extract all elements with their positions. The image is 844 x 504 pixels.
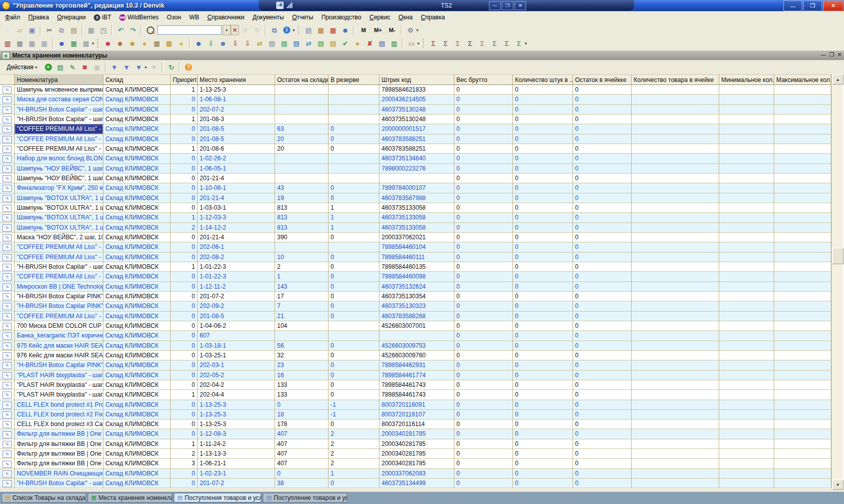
cell-sklad[interactable]: Склад КЛИМОВСК <box>103 312 171 321</box>
cell-barcode[interactable]: 8003720116114 <box>379 419 454 429</box>
cell-max_qty[interactable] <box>774 419 831 429</box>
vertical-scrollbar[interactable]: ▲ ▼ <box>831 74 843 489</box>
cell-sklad[interactable]: Склад КЛИМОВСК <box>103 292 171 301</box>
cell-icon[interactable]: ∿ <box>0 164 15 174</box>
actions-menu-button[interactable]: Действия ▼ <box>3 62 42 73</box>
cell-name[interactable]: "COFFEE PREMIUM All Liss" - шаг... <box>15 124 103 134</box>
cell-cell_stock[interactable]: 0 <box>573 174 632 183</box>
user-permissions-icon[interactable]: ☻ <box>340 24 351 36</box>
cell-icon[interactable]: ∿ <box>0 479 15 488</box>
cell-name[interactable]: Банка_kerarganic ПЭТ коричнева... <box>15 331 103 341</box>
cell-reserve[interactable] <box>329 95 379 104</box>
cell-priority[interactable]: 0 <box>171 292 198 301</box>
cell-max_qty[interactable] <box>774 410 831 419</box>
cell-pack_qty[interactable]: 0 <box>513 439 573 449</box>
cell-barcode[interactable] <box>379 331 454 341</box>
cell-name[interactable]: "H-BRUSH Botox Capilar" - шаг 2 ... <box>15 105 103 115</box>
cell-gross[interactable]: 0 <box>454 341 513 351</box>
column-header-name[interactable]: Номенклатура <box>15 74 103 85</box>
cell-sklad[interactable]: Склад КЛИМОВСК <box>103 183 171 193</box>
cell-stock[interactable]: 23 <box>275 360 329 370</box>
cell-gross[interactable]: 0 <box>454 223 513 233</box>
cell-gross[interactable]: 0 <box>454 154 513 163</box>
cell-max_qty[interactable] <box>774 479 831 488</box>
cell-name[interactable]: Фильтр для вытяжки BB | One <box>15 439 103 449</box>
column-header-location[interactable]: Место хранения <box>198 74 275 85</box>
menu-item-производство[interactable]: Производство <box>317 12 365 22</box>
cell-priority[interactable]: 0 <box>171 174 198 183</box>
cell-cell_stock[interactable]: 0 <box>573 282 632 292</box>
cell-reserve[interactable]: 0 <box>329 292 379 301</box>
cell-location[interactable]: 202-08-2 <box>198 253 275 262</box>
cell-min_qty[interactable] <box>719 351 774 360</box>
cell-sklad[interactable]: Склад КЛИМОВСК <box>103 400 171 410</box>
cell-cell_stock[interactable]: 0 <box>573 371 632 380</box>
cell-icon[interactable]: ∿ <box>0 410 15 419</box>
rdp-minimize-button[interactable]: — <box>489 1 501 10</box>
cell-location[interactable]: 1-13-25-3 <box>198 419 275 429</box>
cell-cell_stock[interactable]: 0 <box>573 134 632 144</box>
cell-pack_qty[interactable]: 0 <box>513 292 573 301</box>
cell-cell_qty[interactable] <box>632 85 719 95</box>
cell-gross[interactable]: 0 <box>454 134 513 144</box>
cell-cell_stock[interactable]: 0 <box>573 390 632 400</box>
cell-barcode[interactable]: 4603735132624 <box>379 282 454 292</box>
cell-pack_qty[interactable]: 0 <box>513 360 573 370</box>
cell-cell_stock[interactable]: 0 <box>573 105 632 115</box>
cell-location[interactable]: 1-13-13-3 <box>198 449 275 459</box>
cell-reserve[interactable]: 0 <box>329 351 379 360</box>
cell-pack_qty[interactable]: 0 <box>513 449 573 459</box>
cell-min_qty[interactable] <box>719 95 774 104</box>
cell-barcode[interactable]: 8003720116091 <box>379 400 454 410</box>
cell-barcode[interactable]: 4603735133058 <box>379 203 454 213</box>
cell-pack_qty[interactable]: 0 <box>513 400 573 410</box>
cell-gross[interactable]: 0 <box>454 331 513 341</box>
cell-min_qty[interactable] <box>719 459 774 468</box>
column-header-priority[interactable]: Приорит... <box>171 74 198 85</box>
cell-sklad[interactable]: Склад КЛИМОВСК <box>103 124 171 134</box>
cell-sklad[interactable]: Склад КЛИМОВСК <box>103 351 171 360</box>
cell-name[interactable]: Шампунь "BOTOX ULTRA", 1 ша... <box>15 193 103 203</box>
cell-priority[interactable]: 0 <box>171 351 198 360</box>
cell-priority[interactable]: 0 <box>171 341 198 351</box>
cell-location[interactable]: 201-08-5 <box>198 312 275 321</box>
cell-sklad[interactable]: Склад КЛИМОВСК <box>103 390 171 400</box>
cell-barcode[interactable]: 4603735130354 <box>379 292 454 301</box>
document-exchange-icon[interactable]: ⇄ <box>303 38 314 49</box>
cell-max_qty[interactable] <box>774 331 831 341</box>
cell-location[interactable]: 1-04-06-2 <box>198 321 275 331</box>
scrollbar-thumb[interactable] <box>832 248 843 264</box>
cell-gross[interactable]: 0 <box>454 380 513 390</box>
menu-item-справочники[interactable]: Справочники <box>203 12 249 22</box>
cell-cell_stock[interactable]: 0 <box>573 429 632 439</box>
cell-sklad[interactable]: Склад КЛИМОВСК <box>103 105 171 115</box>
cell-max_qty[interactable] <box>774 85 831 95</box>
column-header-gross[interactable]: Вес брутто <box>454 74 513 85</box>
cell-pack_qty[interactable]: 0 <box>513 410 573 419</box>
cell-cell_qty[interactable] <box>632 439 719 449</box>
cell-stock[interactable]: 21 <box>275 312 329 321</box>
cell-location[interactable]: 1-12-08-3 <box>198 429 275 439</box>
cell-min_qty[interactable] <box>719 233 774 242</box>
cell-priority[interactable]: 0 <box>171 380 198 390</box>
cell-cell_qty[interactable] <box>632 124 719 134</box>
menu-item-озон[interactable]: Озон <box>163 12 185 22</box>
cell-min_qty[interactable] <box>719 213 774 222</box>
cell-reserve[interactable]: 0 <box>329 262 379 272</box>
cell-gross[interactable]: 0 <box>454 479 513 488</box>
cell-barcode[interactable]: 7898584461743 <box>379 380 454 390</box>
cell-icon[interactable]: ∿ <box>0 292 15 301</box>
cell-barcode[interactable]: 4603735133058 <box>379 213 454 222</box>
agreement-icon[interactable]: ▭ <box>406 38 417 49</box>
cell-cell_stock[interactable]: 0 <box>573 95 632 104</box>
cell-pack_qty[interactable]: 0 <box>513 429 573 439</box>
service-settings-icon[interactable]: ⚙ <box>405 24 416 36</box>
cell-pack_qty[interactable]: 0 <box>513 390 573 400</box>
document-refresh-icon[interactable]: ▤ <box>291 38 302 49</box>
cell-priority[interactable]: 0 <box>171 193 198 203</box>
cell-max_qty[interactable] <box>774 105 831 115</box>
help-button[interactable]: ? <box>183 62 194 73</box>
cell-sklad[interactable]: Склад КЛИМОВСК <box>103 154 171 163</box>
cell-icon[interactable]: ∿ <box>0 312 15 321</box>
cell-barcode[interactable]: 7898584461774 <box>379 371 454 380</box>
